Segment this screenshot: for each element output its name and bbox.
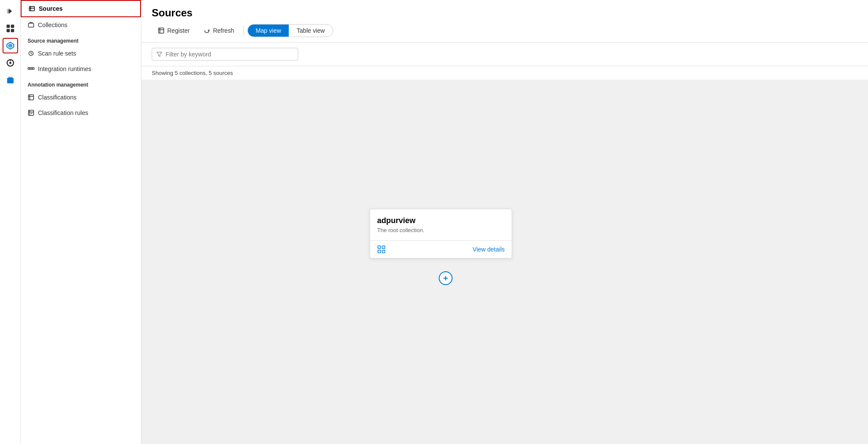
sidebar-collections-label: Collections: [38, 22, 67, 28]
icon-rail: [0, 0, 21, 444]
data-catalog-icon[interactable]: [3, 72, 18, 88]
page-title: Sources: [152, 7, 858, 19]
insights-icon[interactable]: [3, 55, 18, 71]
sidebar-sources-label: Sources: [39, 5, 62, 12]
svg-rect-27: [159, 28, 164, 33]
svg-rect-10: [8, 77, 12, 79]
register-button[interactable]: Register: [152, 25, 196, 37]
view-details-link[interactable]: View details: [473, 246, 505, 253]
svg-rect-21: [28, 95, 34, 100]
sidebar: Sources Collections Source management Sc…: [21, 0, 141, 444]
filter-icon: [156, 51, 162, 57]
map-area: adpurview The root collection. View deta…: [141, 80, 868, 444]
grid-icon: [377, 245, 386, 254]
main-header: Sources Register Refresh Ma: [141, 0, 868, 43]
map-view-button[interactable]: Map view: [248, 25, 289, 37]
expand-icon[interactable]: [3, 3, 18, 19]
svg-point-7: [9, 62, 11, 64]
filter-input-wrapper: [152, 48, 298, 61]
view-toggle: Map view Table view: [247, 24, 333, 37]
svg-rect-33: [378, 250, 381, 253]
card-body: adpurview The root collection.: [370, 209, 512, 240]
sidebar-item-scan-rule-sets[interactable]: Scan rule sets: [21, 46, 141, 61]
sidebar-integration-runtimes-label: Integration runtimes: [38, 65, 91, 72]
sidebar-classifications-label: Classifications: [38, 94, 76, 101]
card-footer: View details: [370, 240, 512, 258]
svg-rect-1: [11, 25, 14, 28]
svg-rect-24: [28, 110, 34, 115]
main-content: Sources Register Refresh Ma: [141, 0, 868, 444]
svg-rect-3: [11, 29, 14, 32]
svg-rect-14: [28, 23, 34, 27]
svg-rect-11: [29, 6, 34, 11]
source-management-section: Source management: [21, 33, 141, 46]
svg-rect-9: [7, 78, 13, 84]
card-title: adpurview: [377, 216, 505, 225]
svg-rect-18: [30, 68, 32, 69]
sidebar-item-classification-rules[interactable]: Classification rules: [21, 105, 141, 121]
sidebar-item-integration-runtimes[interactable]: Integration runtimes: [21, 61, 141, 77]
sidebar-classification-rules-label: Classification rules: [38, 109, 88, 116]
svg-marker-5: [8, 43, 12, 48]
sidebar-scan-rule-sets-label: Scan rule sets: [38, 50, 76, 57]
sidebar-item-sources[interactable]: Sources: [21, 0, 141, 17]
svg-rect-31: [378, 246, 381, 248]
filter-bar: [141, 43, 868, 66]
add-child-button[interactable]: [439, 271, 453, 285]
svg-rect-17: [32, 68, 34, 69]
table-view-button[interactable]: Table view: [289, 25, 332, 37]
svg-rect-34: [382, 250, 385, 253]
showing-text: Showing 5 collections, 5 sources: [141, 66, 868, 80]
purview-icon[interactable]: [3, 38, 18, 53]
svg-rect-0: [6, 25, 10, 28]
svg-rect-32: [382, 246, 385, 248]
refresh-icon: [203, 27, 210, 34]
filter-input[interactable]: [165, 51, 293, 58]
toolbar: Register Refresh Map view Table view: [152, 24, 858, 42]
refresh-button[interactable]: Refresh: [197, 25, 240, 37]
svg-rect-2: [6, 29, 10, 32]
home-icon[interactable]: [3, 21, 18, 36]
sidebar-item-collections[interactable]: Collections: [21, 17, 141, 33]
plus-icon: [442, 275, 449, 282]
svg-rect-16: [28, 68, 30, 69]
svg-marker-30: [157, 52, 162, 56]
register-icon: [158, 27, 165, 34]
sidebar-item-classifications[interactable]: Classifications: [21, 90, 141, 105]
source-card: adpurview The root collection. View deta…: [370, 209, 512, 258]
annotation-management-section: Annotation management: [21, 77, 141, 90]
toolbar-divider: [244, 25, 244, 36]
card-subtitle: The root collection.: [377, 227, 505, 233]
